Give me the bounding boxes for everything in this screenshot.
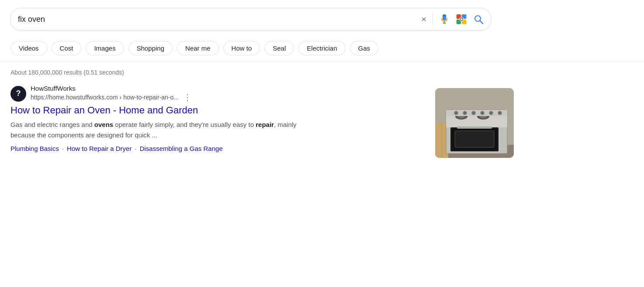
- svg-rect-36: [457, 126, 492, 129]
- svg-point-29: [472, 112, 475, 114]
- oven-svg: [435, 88, 514, 158]
- result-sublink-gas-range[interactable]: Disassembling a Gas Range: [140, 145, 223, 152]
- result-image-container: [435, 88, 514, 158]
- results-meta: About 180,000,000 results (0.51 seconds): [0, 62, 644, 80]
- svg-point-33: [490, 112, 492, 114]
- snippet-text-before: Gas and electric ranges and: [10, 121, 94, 128]
- snippet-bold-repair: repair: [256, 121, 274, 128]
- result-snippet: Gas and electric ranges and ovens operat…: [10, 120, 308, 140]
- site-favicon: ?: [10, 86, 26, 102]
- svg-line-9: [480, 21, 483, 24]
- search-bar-icons: ×: [421, 13, 484, 25]
- result-title-link[interactable]: How to Repair an Oven - Home and Garden: [10, 104, 427, 117]
- site-url-row: https://home.howstuffworks.com › how-to-…: [31, 92, 192, 102]
- result-link-dot-1: ·: [62, 145, 64, 152]
- chip-shopping[interactable]: Shopping: [128, 41, 173, 55]
- site-url: https://home.howstuffworks.com › how-to-…: [31, 94, 179, 101]
- result-links: Plumbing Basics · How to Repair a Dryer …: [10, 145, 427, 152]
- chip-images[interactable]: Images: [86, 41, 124, 55]
- chip-near-me[interactable]: Near me: [177, 41, 219, 55]
- result-container: ? HowStuffWorks https://home.howstuffwor…: [0, 80, 524, 162]
- result-sublink-plumbing[interactable]: Plumbing Basics: [10, 145, 59, 152]
- chip-how-to[interactable]: How to: [223, 41, 260, 55]
- search-bar-container: fix oven ×: [0, 0, 644, 37]
- favicon-letter: ?: [16, 89, 21, 98]
- chip-videos[interactable]: Videos: [10, 41, 47, 55]
- svg-rect-17: [455, 131, 494, 147]
- result-left: ? HowStuffWorks https://home.howstuffwor…: [10, 85, 427, 152]
- divider: [433, 13, 433, 25]
- result-image: [435, 88, 514, 158]
- svg-point-31: [481, 112, 484, 114]
- site-name: HowStuffWorks: [31, 85, 192, 92]
- more-options-icon[interactable]: ⋮: [183, 92, 192, 102]
- site-info: HowStuffWorks https://home.howstuffworks…: [31, 85, 192, 102]
- microphone-icon[interactable]: [439, 14, 450, 24]
- results-count-text: About 180,000,000 results (0.51 seconds): [10, 69, 124, 76]
- svg-point-35: [499, 112, 501, 114]
- result-sublink-dryer[interactable]: How to Repair a Dryer: [67, 145, 132, 152]
- chip-electrician[interactable]: Electrician: [298, 41, 345, 55]
- clear-icon[interactable]: ×: [421, 14, 426, 24]
- chip-seal[interactable]: Seal: [264, 41, 294, 55]
- result-site-row: ? HowStuffWorks https://home.howstuffwor…: [10, 85, 427, 102]
- chips-container: Videos Cost Images Shopping Near me How …: [0, 37, 644, 62]
- search-bar: fix oven ×: [10, 8, 491, 31]
- lens-icon[interactable]: [456, 14, 467, 25]
- chip-cost[interactable]: Cost: [52, 41, 82, 55]
- search-input[interactable]: fix oven: [18, 15, 417, 24]
- snippet-bold-ovens: ovens: [94, 121, 113, 128]
- search-icon[interactable]: [473, 14, 484, 24]
- chip-gas[interactable]: Gas: [350, 41, 379, 55]
- snippet-text-middle: operate fairly simply, and they're usual…: [113, 121, 256, 128]
- result-link-dot-2: ·: [135, 145, 136, 152]
- svg-point-27: [464, 112, 466, 114]
- svg-point-25: [455, 112, 457, 114]
